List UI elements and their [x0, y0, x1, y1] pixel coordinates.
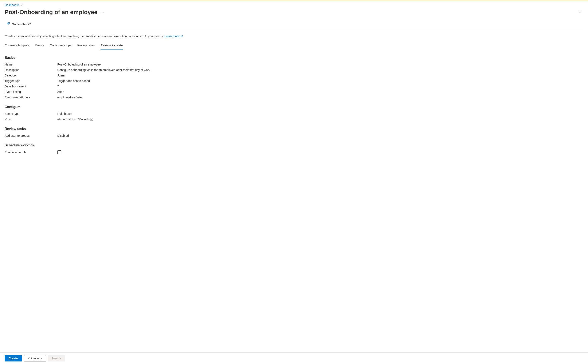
tab-choose-template[interactable]: Choose a template: [5, 42, 30, 50]
close-button[interactable]: [577, 9, 583, 16]
review-tasks-add-user-row: Add user to groupsDisabled: [5, 133, 583, 138]
basics-category-row: CategoryJoiner: [5, 73, 583, 78]
more-options-button[interactable]: ···: [100, 10, 104, 14]
enable-schedule-checkbox[interactable]: [57, 150, 61, 154]
learn-more-link[interactable]: Learn more: [164, 35, 183, 38]
section-schedule-heading: Schedule workflow: [5, 143, 583, 147]
feedback-icon: [6, 22, 10, 26]
chevron-right-icon: [21, 4, 23, 6]
basics-event-user-attr-row: Event user attributeemployeeHireDate: [5, 95, 583, 100]
svg-point-0: [7, 23, 8, 24]
schedule-enable-row: Enable schedule: [5, 149, 583, 155]
intro-text: Create custom workflows by selecting a b…: [5, 35, 583, 38]
section-configure-heading: Configure: [5, 105, 583, 109]
basics-description-row: DescriptionConfigure onboarding tasks fo…: [5, 67, 583, 73]
basics-event-timing-row: Event timingAfter: [5, 89, 583, 95]
feedback-link[interactable]: Got feedback?: [5, 22, 583, 30]
feedback-label: Got feedback?: [12, 23, 31, 26]
tab-basics[interactable]: Basics: [35, 42, 44, 50]
basics-name-row: NamePost-Onboarding of an employee: [5, 62, 583, 67]
section-review-tasks-heading: Review tasks: [5, 127, 583, 131]
basics-days-from-event-row: Days from event7: [5, 84, 583, 89]
configure-scope-type-row: Scope typeRule based: [5, 111, 583, 117]
breadcrumb: Dashboard: [5, 3, 583, 7]
breadcrumb-dashboard-link[interactable]: Dashboard: [5, 3, 19, 7]
configure-rule-row: Rule(department eq 'Marketing'): [5, 117, 583, 122]
tabs: Choose a template Basics Configure scope…: [5, 42, 583, 50]
close-icon: [578, 11, 582, 14]
tab-review-tasks[interactable]: Review tasks: [77, 42, 95, 50]
section-basics-heading: Basics: [5, 56, 583, 60]
page-title: Post-Onboarding of an employee: [5, 9, 97, 16]
tab-review-create[interactable]: Review + create: [101, 42, 123, 50]
basics-trigger-type-row: Trigger typeTrigger and scope based: [5, 78, 583, 84]
tab-configure-scope[interactable]: Configure scope: [50, 42, 72, 50]
external-link-icon: [180, 35, 183, 38]
